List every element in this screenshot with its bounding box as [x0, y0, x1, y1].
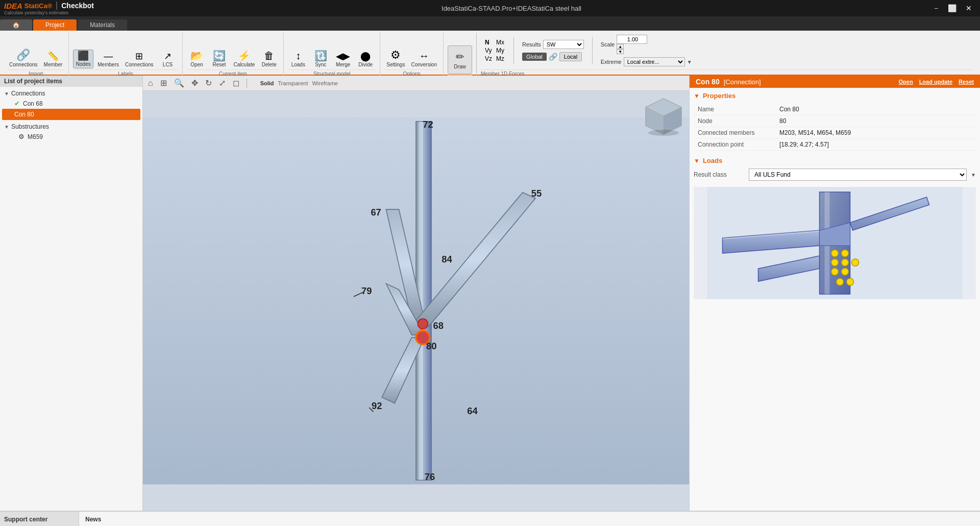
open-action[interactable]: Open [899, 79, 913, 85]
svg-text:79: 79 [361, 285, 372, 296]
content-area: List of project items ▼ Connections ✔ Co… [0, 76, 980, 511]
tree-item-con68[interactable]: ✔ Con 68 [2, 98, 140, 109]
viewport-search-button[interactable]: 🔍 [172, 77, 186, 89]
connections-label-button[interactable]: ⊞ Connections [123, 51, 156, 68]
app-name: IDEA StatiCa® Checkbot [4, 2, 94, 10]
viewport-select-button[interactable]: ◻ [231, 77, 241, 89]
support-panel: Support center Tutorials FAQ Webinars [0, 512, 79, 526]
properties-section-header[interactable]: ▼ Properties [694, 92, 976, 100]
force-n[interactable]: N [485, 39, 492, 46]
merge-button[interactable]: ◀▶ Merge [333, 51, 353, 68]
members-label-button[interactable]: — Members [95, 51, 121, 68]
solid-view-button[interactable]: Solid [260, 80, 274, 86]
prop-name-label: Name [694, 104, 775, 115]
transparent-view-button[interactable]: Transparent [278, 80, 308, 86]
open-label: Open [190, 62, 203, 67]
settings-icon: ⚙ [390, 50, 401, 61]
titlebar: IDEA StatiCa® Checkbot Calculate yesterd… [0, 0, 980, 16]
calculate-button[interactable]: ⚡ Calculate [232, 50, 257, 68]
minimize-button[interactable]: − [929, 3, 943, 13]
svg-text:68: 68 [433, 320, 443, 331]
reset-action[interactable]: Reset [959, 79, 974, 85]
divide-button[interactable]: ⬤ Divide [355, 51, 376, 68]
connections-import-button[interactable]: 🔗 Connections [7, 49, 40, 68]
force-my[interactable]: My [496, 47, 504, 54]
tree-item-con80[interactable]: Con 80 [2, 109, 140, 120]
loads-button[interactable]: ↕ Loads [288, 50, 308, 68]
viewport-fullscreen-button[interactable]: ⤢ [217, 77, 228, 89]
tree-item-m659[interactable]: ⚙ M659 [2, 131, 140, 142]
scale-input[interactable] [617, 35, 647, 44]
viewport-zoom-extent-button[interactable]: ⊞ [158, 77, 169, 89]
force-mx[interactable]: Mx [496, 39, 504, 46]
connection-name: Con 80 [696, 78, 720, 86]
scale-down-button[interactable]: ▼ [617, 49, 624, 54]
viewport-rotate-button[interactable]: ↻ [203, 77, 214, 89]
connections-group-header[interactable]: ▼ Connections [2, 89, 140, 98]
svg-point-33 [831, 250, 839, 257]
right-panel-title: Con 80 [Connection] [696, 78, 761, 86]
nodes-label-button[interactable]: ⬛ Nodes [73, 50, 93, 68]
project-items-header: List of project items [0, 76, 142, 87]
svg-text:80: 80 [426, 341, 436, 351]
results-select-row: Results SWLLWLAll [522, 40, 584, 49]
delete-button[interactable]: 🗑 Delete [259, 50, 279, 68]
divide-icon: ⬤ [360, 52, 371, 61]
svg-point-37 [842, 259, 849, 266]
substructures-group-arrow: ▼ [4, 124, 9, 130]
reset-button[interactable]: 🔄 Reset [209, 50, 230, 68]
result-class-select[interactable]: All ULS Fund All SLS Custom [749, 169, 967, 181]
sync-button[interactable]: 🔃 Sync [310, 50, 331, 68]
substructures-group: ▼ Substructures ⚙ M659 [2, 122, 140, 142]
idea-logo: IDEA [4, 2, 22, 10]
connections-label-icon: ⊞ [135, 52, 143, 61]
prop-node-value: 80 [775, 115, 976, 127]
project-tree: ▼ Connections ✔ Con 68 Con 80 ▼ [0, 87, 142, 511]
right-panel: Con 80 [Connection] Open Load update Res… [689, 76, 980, 511]
conversion-button[interactable]: ↔ Conversion [409, 50, 439, 68]
extreme-select[interactable]: Local extre...Global maxGlobal min [624, 57, 685, 66]
members-label: Members [97, 62, 119, 67]
merge-label: Merge [336, 62, 350, 67]
delete-label: Delete [262, 62, 277, 67]
3d-cube-widget[interactable] [643, 96, 684, 137]
results-select[interactable]: SWLLWLAll [543, 40, 584, 49]
maximize-button[interactable]: ⬜ [945, 3, 960, 13]
scale-up-button[interactable]: ▲ [617, 44, 624, 49]
merge-icon: ◀▶ [336, 52, 350, 61]
svg-point-38 [842, 268, 849, 275]
tab-materials[interactable]: Materials [78, 19, 127, 31]
local-button[interactable]: Local [559, 52, 582, 61]
lcs-button[interactable]: ↗ LCS [158, 51, 178, 68]
svg-point-25 [648, 130, 679, 136]
tab-project[interactable]: Project [33, 19, 77, 31]
viewport-home-button[interactable]: ⌂ [146, 78, 155, 89]
settings-button[interactable]: ⚙ Settings [384, 49, 407, 68]
open-button[interactable]: 📂 Open [187, 50, 207, 68]
connections-group-label: Connections [11, 90, 45, 97]
load-update-action[interactable]: Load update [919, 79, 952, 85]
nodes-icon: ⬛ [78, 51, 89, 60]
member-import-button[interactable]: 📏 Member [42, 51, 65, 68]
con68-check-icon: ✔ [14, 100, 20, 107]
force-vy[interactable]: Vy [485, 47, 492, 54]
close-button[interactable]: ✕ [962, 3, 976, 13]
draw-button[interactable]: ✏ Draw [448, 45, 472, 74]
viewport-move-button[interactable]: ✥ [189, 77, 200, 89]
main-viewport[interactable]: 72 67 55 84 68 79 80 92 64 76 [143, 91, 689, 511]
left-panel: List of project items ▼ Connections ✔ Co… [0, 76, 143, 511]
loads-section-header[interactable]: ▼ Loads [694, 157, 976, 164]
substructures-group-header[interactable]: ▼ Substructures [2, 122, 140, 131]
reset-icon: 🔄 [213, 51, 226, 61]
result-class-dropdown-icon[interactable]: ▼ [971, 172, 976, 178]
wireframe-view-button[interactable]: Wireframe [312, 80, 338, 86]
global-button[interactable]: Global [522, 53, 547, 61]
connections-group-arrow: ▼ [4, 91, 9, 97]
loads-arrow-icon: ▼ [694, 157, 700, 164]
svg-text:64: 64 [467, 405, 478, 416]
extreme-dropdown-arrow[interactable]: ▼ [687, 59, 692, 65]
tab-home[interactable]: 🏠 [0, 19, 32, 31]
force-mz[interactable]: Mz [496, 55, 504, 62]
force-vz[interactable]: Vz [485, 55, 492, 62]
prop-node-row: Node 80 [694, 115, 976, 127]
